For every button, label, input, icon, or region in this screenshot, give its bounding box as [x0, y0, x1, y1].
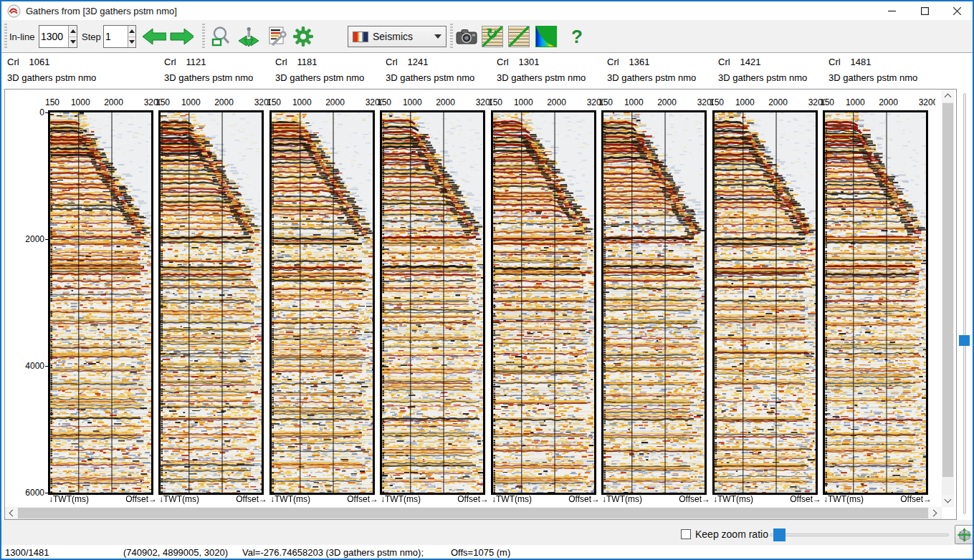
chevron-up-icon: [945, 94, 952, 101]
crl-value: 1181: [297, 57, 317, 67]
maximize-button[interactable]: [909, 1, 941, 21]
panel-header: Crl13013D gathers pstm nmo: [497, 57, 604, 83]
scroll-left-button[interactable]: [6, 508, 17, 518]
colormap-dropdown[interactable]: Seismics: [348, 26, 447, 47]
next-line-button[interactable]: [169, 24, 194, 49]
inline-label: In-line: [9, 32, 34, 42]
chevron-left-icon: [9, 510, 16, 517]
crl-label: Crl: [275, 57, 287, 67]
positioning-button[interactable]: [237, 24, 261, 49]
crl-label: Crl: [607, 57, 619, 67]
help-button[interactable]: ?: [565, 24, 589, 49]
main-toolbar: In-line Step: [1, 20, 973, 53]
crl-label: Crl: [829, 57, 841, 67]
redisplay-button[interactable]: [507, 24, 531, 49]
vertical-zoom-slider-track[interactable]: [963, 93, 966, 514]
minimize-icon: [888, 7, 896, 15]
up-arrow-icon: [129, 29, 135, 33]
app-logo-icon: [7, 4, 21, 18]
maximize-icon: [921, 7, 929, 15]
colormap-swatch-icon: [353, 32, 368, 42]
crl-label: Crl: [386, 57, 398, 67]
previous-line-button[interactable]: [142, 24, 166, 49]
snapshot-button[interactable]: [454, 24, 479, 49]
horizontal-scrollbar[interactable]: [5, 507, 942, 519]
title-bar[interactable]: Gathers from [3D gathers pstm nmo]: [1, 1, 973, 20]
inline-spin-buttons: [68, 26, 77, 47]
step-spin-buttons: [128, 26, 135, 47]
panel-header: Crl10613D gathers pstm nmo: [7, 57, 115, 83]
keep-zoom-ratio-checkbox[interactable]: [681, 529, 691, 539]
close-button[interactable]: [941, 1, 973, 21]
seismic-gather-panel[interactable]: [491, 110, 596, 495]
crl-value: 1241: [408, 57, 429, 67]
toolbar-drag-handle[interactable]: [4, 24, 7, 49]
crl-value: 1121: [186, 57, 206, 67]
scroll-down-button[interactable]: [942, 495, 953, 506]
panel-header-strip: Crl10613D gathers pstm nmoCrl11213D gath…: [1, 54, 973, 89]
seismic-gather-panel[interactable]: [823, 110, 928, 495]
scroll-up-button[interactable]: [942, 90, 953, 102]
crl-value: 1061: [29, 57, 50, 67]
settings-document-icon: [265, 26, 287, 47]
panel-header: Crl11213D gathers pstm nmo: [164, 57, 272, 83]
panel-header: Crl14213D gathers pstm nmo: [718, 57, 826, 83]
step-input[interactable]: [104, 26, 128, 47]
velocity-colorbar-button[interactable]: [534, 24, 558, 49]
close-icon: [953, 7, 961, 15]
question-mark-icon: ?: [571, 26, 583, 48]
panel-header: Crl14813D gathers pstm nmo: [829, 57, 936, 83]
horizontal-zoom-slider-track[interactable]: [770, 534, 949, 536]
seismic-gather-panel[interactable]: [380, 110, 485, 495]
seismic-gather-panel[interactable]: [712, 110, 818, 495]
green-left-arrow-icon: [142, 26, 166, 47]
pan-cube-icon: [957, 527, 972, 542]
dataset-name: 3D gathers pstm nmo: [7, 72, 115, 83]
crl-label: Crl: [497, 57, 509, 67]
seismic-gather-panel[interactable]: [601, 110, 707, 495]
chevron-right-icon: [930, 510, 937, 517]
gather-settings-button[interactable]: [291, 24, 315, 49]
vertical-scrollbar[interactable]: [942, 90, 954, 507]
step-spin-down[interactable]: [128, 37, 135, 48]
recycle-icon: ↻: [486, 25, 498, 42]
minimize-button[interactable]: [876, 1, 908, 21]
dataset-name: 3D gathers pstm nmo: [829, 72, 936, 83]
chevron-down-icon: [945, 496, 952, 503]
vertical-scroll-thumb[interactable]: [942, 103, 953, 477]
status-amplitude-value: Val=-276.74658203 (3D gathers pstm nmo);: [242, 547, 424, 558]
crl-value: 1301: [519, 57, 540, 67]
status-bar: 1300/1481 (740902, 4899005, 3020) Val=-2…: [1, 545, 973, 559]
bottom-control-bar: [1, 520, 973, 545]
gear-icon: [292, 26, 314, 47]
crl-value: 1421: [740, 57, 761, 67]
crl-label: Crl: [7, 57, 19, 67]
reload-seismic-icon: ↻: [482, 26, 503, 47]
status-position-counter: 1300/1481: [5, 547, 49, 558]
inline-spin-up[interactable]: [69, 26, 77, 37]
pan-mode-button[interactable]: [955, 525, 974, 544]
step-spin-up[interactable]: [128, 26, 135, 37]
zoom-to-rectangle-button[interactable]: [209, 24, 234, 49]
dropdown-arrow-icon: [434, 34, 441, 39]
seismic-gather-panel[interactable]: [158, 110, 264, 495]
green-right-arrow-icon: [169, 26, 194, 47]
inline-spin-down[interactable]: [69, 37, 77, 48]
inline-spinner: [39, 25, 77, 48]
scroll-right-button[interactable]: [929, 508, 940, 518]
step-spinner: [103, 25, 136, 48]
dataset-name: 3D gathers pstm nmo: [607, 72, 715, 83]
horizontal-zoom-slider-handle[interactable]: [773, 528, 786, 541]
inline-input[interactable]: [39, 26, 68, 47]
keep-zoom-ratio-label[interactable]: Keep zoom ratio: [695, 528, 768, 540]
seismic-gather-panel[interactable]: [48, 110, 153, 495]
panel-header: Crl11813D gathers pstm nmo: [275, 57, 383, 83]
seismic-gather-panel[interactable]: [269, 110, 375, 495]
crl-label: Crl: [718, 57, 730, 67]
reload-gathers-button[interactable]: ↻: [480, 24, 505, 49]
horizontal-scroll-thumb[interactable]: [18, 508, 928, 518]
camera-icon: [455, 26, 478, 47]
display-settings-button[interactable]: [264, 24, 288, 49]
vertical-zoom-slider-handle[interactable]: [959, 335, 970, 346]
toolbar-separator: [202, 24, 205, 49]
